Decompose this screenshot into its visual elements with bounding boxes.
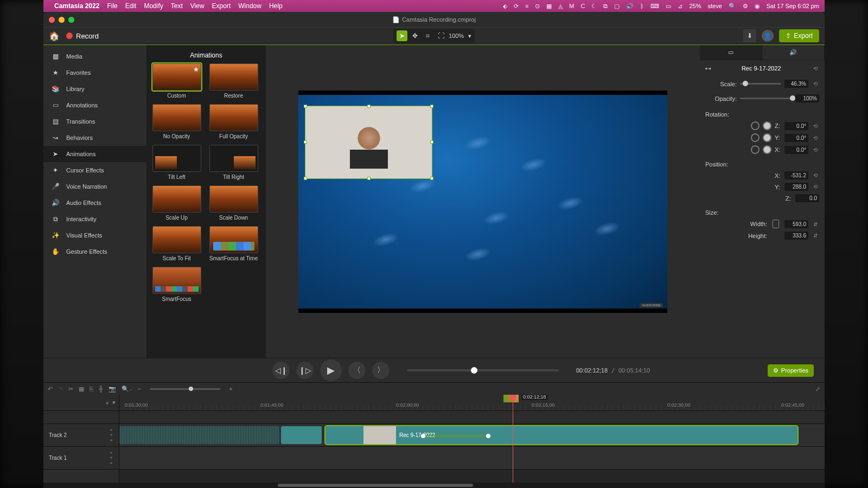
animation-full-opacity[interactable]: Full Opacity [208, 104, 259, 139]
preview-canvas[interactable]: SUBSCRIBE [298, 91, 667, 313]
animation-scale-to-fit[interactable]: Scale To Fit [151, 226, 202, 261]
menu-help[interactable]: Help [269, 2, 283, 10]
rotation-y-dial-outline[interactable] [751, 133, 760, 142]
bluetooth-icon[interactable]: ᛒ [640, 3, 644, 9]
battery-icon[interactable]: ▭ [666, 3, 671, 10]
wifi-icon[interactable]: ⊿ [678, 3, 682, 10]
selected-clip-overlay[interactable] [305, 106, 432, 179]
shield-icon[interactable]: ◬ [558, 3, 563, 10]
reset-clip-button[interactable]: ⟲ [812, 65, 819, 72]
track-2-header[interactable]: Track 2 [43, 424, 119, 447]
moon-icon[interactable]: ☾ [591, 3, 597, 10]
rotation-x-value[interactable]: 0.0° [784, 146, 808, 154]
properties-button[interactable]: ⚙Properties [768, 364, 814, 377]
rotation-x-dial[interactable] [763, 145, 771, 154]
reset-scale-button[interactable]: ⟲ [812, 80, 819, 88]
playback-scrubber[interactable] [407, 369, 559, 371]
record-status-icon[interactable]: ⊙ [535, 3, 540, 10]
crop-tool[interactable]: ⌗ [423, 30, 433, 41]
paste-button[interactable]: ⎘ [90, 386, 93, 392]
split-button[interactable]: ╫ [99, 386, 103, 392]
height-stepper[interactable]: ⇵ [812, 232, 819, 240]
clock[interactable]: Sat 17 Sep 6:02 pm [767, 3, 819, 9]
c-icon[interactable]: C [580, 3, 585, 9]
prev-frame-button[interactable]: ◁❙ [272, 362, 290, 379]
sidebar-item-favorites[interactable]: ★Favorites [43, 65, 146, 81]
scrubber-handle[interactable] [471, 367, 477, 374]
width-stepper[interactable]: ⇵ [812, 220, 819, 228]
track-menu-button[interactable]: ▾ [112, 399, 116, 406]
rotation-z-dial-outline[interactable] [751, 121, 760, 130]
timeline-scrollbar[interactable] [43, 483, 825, 488]
display-icon[interactable]: ▢ [614, 3, 620, 10]
rotation-y-dial[interactable] [763, 133, 771, 142]
scale-value[interactable]: 46.3% [784, 80, 808, 88]
playhead[interactable]: 0:02:12;18 [513, 395, 513, 483]
animation-no-opacity[interactable]: No Opacity [151, 104, 202, 139]
sidebar-item-interactivity[interactable]: ⧉Interactivity [43, 211, 146, 227]
menu-text[interactable]: Text [171, 2, 183, 10]
zoom-dropdown-icon[interactable]: ▾ [468, 33, 471, 40]
app-name[interactable]: Camtasia 2022 [54, 2, 99, 10]
position-y-value[interactable]: 288.0 [784, 183, 808, 191]
detach-timeline-button[interactable]: ⤢ [815, 386, 820, 393]
date-icon[interactable]: ⧉ [603, 3, 608, 10]
sidebar-item-audio-effects[interactable]: 🔊Audio Effects [43, 195, 146, 211]
add-track-button[interactable]: + [106, 400, 109, 406]
animation-custom[interactable]: ★Custom [151, 63, 202, 99]
undo-button[interactable]: ↶ [48, 386, 53, 393]
position-x-value[interactable]: -531.2 [784, 171, 808, 179]
timeline-zoom-slider[interactable] [150, 388, 220, 390]
reset-rotation-x[interactable]: ⟲ [812, 146, 819, 153]
menu-modify[interactable]: Modify [144, 2, 163, 10]
reset-position-y[interactable]: ⟲ [812, 183, 819, 191]
keyboard-icon[interactable]: ⌨ [650, 3, 659, 10]
sidebar-item-transitions[interactable]: ▤Transitions [43, 113, 146, 130]
volume-icon[interactable]: 🔊 [626, 3, 634, 10]
keyframe-start[interactable] [421, 434, 425, 438]
maximize-window-button[interactable] [68, 17, 74, 23]
lock-aspect-icon[interactable] [773, 220, 779, 228]
next-frame-button[interactable]: ❙▷ [296, 362, 314, 379]
reset-rotation-y[interactable]: ⟲ [812, 134, 819, 142]
reset-rotation-z[interactable]: ⟲ [812, 122, 819, 130]
reset-position-x[interactable]: ⟲ [812, 172, 819, 179]
menu-file[interactable]: File [107, 2, 117, 10]
record-button[interactable]: Record [66, 32, 99, 40]
control-center-icon[interactable]: ⚙ [743, 3, 748, 10]
next-marker-button[interactable]: 〉 [372, 362, 390, 379]
zoom-value[interactable]: 100% [449, 33, 464, 39]
pan-tool[interactable]: ✥ [410, 30, 420, 41]
dropbox-icon[interactable]: ⬖ [503, 3, 507, 10]
siri-icon[interactable]: ◉ [755, 3, 760, 10]
mail-icon[interactable]: M [569, 3, 574, 9]
sidebar-item-annotations[interactable]: ▭Annotations [43, 97, 146, 113]
export-button[interactable]: ⇪Export [779, 29, 819, 42]
rotation-z-dial[interactable] [763, 121, 771, 130]
timeline-ruler[interactable]: 0:01:30;000:01:45;000:02:00;000:02:15;00… [119, 395, 825, 411]
favorite-star-icon[interactable]: ★ [193, 66, 199, 73]
size-width-value[interactable]: 593.0 [784, 220, 808, 228]
edit-tool[interactable]: ➤ [397, 30, 407, 41]
scale-slider[interactable] [740, 83, 781, 85]
account-avatar[interactable]: 👤 [762, 30, 774, 42]
copy-button[interactable]: ▦ [79, 386, 84, 393]
sidebar-item-library[interactable]: 📚Library [43, 81, 146, 97]
audio-clip-1[interactable] [119, 426, 279, 444]
opacity-value[interactable]: 100% [795, 94, 819, 102]
opacity-slider[interactable] [740, 98, 792, 99]
breadcrumb-icon[interactable]: •◦• [705, 66, 711, 72]
close-window-button[interactable] [49, 17, 55, 23]
animation-tween[interactable] [423, 435, 488, 436]
position-z-value[interactable]: 0.0 [795, 194, 819, 202]
minimize-window-button[interactable] [59, 17, 65, 23]
sync-icon[interactable]: ⟳ [514, 3, 519, 10]
size-height-value[interactable]: 333.6 [784, 232, 808, 240]
rotation-z-value[interactable]: 0.0° [784, 122, 808, 130]
home-button[interactable]: 🏠 [49, 31, 60, 41]
track-1-header[interactable]: Track 1 [43, 447, 119, 470]
zoom-out-button[interactable]: 🔍₋ [122, 386, 132, 393]
timeline-tracks-area[interactable]: 0:01:30;000:01:45;000:02:00;000:02:15;00… [119, 395, 825, 483]
sidebar-item-behaviors[interactable]: ↝Behaviors [43, 130, 146, 146]
menu-extra-icon[interactable]: ≡ [525, 3, 528, 9]
